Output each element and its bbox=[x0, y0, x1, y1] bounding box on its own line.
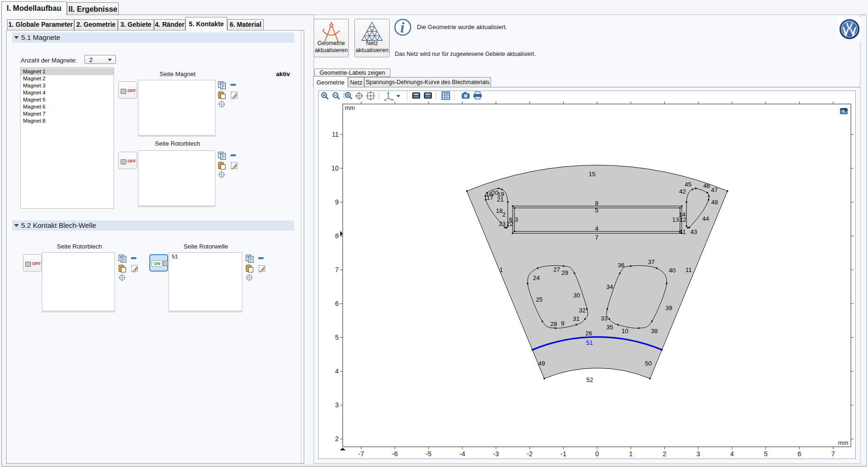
svg-text:-6: -6 bbox=[392, 450, 398, 458]
svg-text:43: 43 bbox=[691, 228, 697, 235]
svg-text:31: 31 bbox=[573, 315, 579, 322]
svg-text:49: 49 bbox=[538, 360, 545, 367]
svg-text:11: 11 bbox=[685, 266, 692, 273]
svg-text:18: 18 bbox=[496, 207, 502, 214]
svg-text:6: 6 bbox=[335, 300, 339, 307]
svg-text:24: 24 bbox=[533, 274, 539, 281]
svg-text:26: 26 bbox=[585, 330, 592, 337]
svg-text:4: 4 bbox=[335, 367, 339, 375]
svg-text:-2: -2 bbox=[527, 450, 533, 458]
svg-text:5: 5 bbox=[595, 207, 598, 214]
svg-text:5: 5 bbox=[764, 450, 768, 458]
svg-text:3: 3 bbox=[697, 450, 700, 458]
svg-text:8: 8 bbox=[335, 232, 339, 240]
svg-text:-1: -1 bbox=[561, 450, 567, 458]
svg-text:12: 12 bbox=[679, 216, 686, 223]
svg-text:10: 10 bbox=[331, 164, 339, 172]
svg-text:-4: -4 bbox=[459, 450, 465, 458]
svg-text:7: 7 bbox=[595, 234, 598, 241]
svg-text:47: 47 bbox=[711, 187, 718, 194]
svg-text:44: 44 bbox=[702, 215, 709, 222]
svg-text:0: 0 bbox=[595, 450, 599, 458]
svg-text:2: 2 bbox=[502, 211, 506, 218]
svg-text:7: 7 bbox=[831, 450, 835, 458]
svg-text:25: 25 bbox=[536, 296, 543, 303]
svg-text:9: 9 bbox=[335, 198, 339, 206]
svg-text:10: 10 bbox=[622, 327, 628, 335]
svg-text:1: 1 bbox=[499, 266, 503, 273]
svg-text:4: 4 bbox=[595, 225, 598, 232]
svg-text:39: 39 bbox=[666, 304, 672, 311]
svg-text:8: 8 bbox=[595, 200, 598, 207]
svg-text:7: 7 bbox=[335, 266, 339, 273]
svg-text:11: 11 bbox=[332, 131, 339, 138]
svg-text:33: 33 bbox=[601, 315, 607, 322]
svg-text:2: 2 bbox=[335, 435, 339, 443]
svg-text:2: 2 bbox=[663, 450, 667, 458]
svg-text:28: 28 bbox=[550, 320, 557, 327]
svg-text:46: 46 bbox=[703, 182, 710, 189]
svg-text:50: 50 bbox=[645, 360, 652, 367]
svg-text:36: 36 bbox=[618, 262, 624, 269]
svg-text:4: 4 bbox=[730, 450, 734, 458]
svg-text:17: 17 bbox=[487, 194, 493, 201]
svg-text:35: 35 bbox=[607, 324, 613, 331]
svg-text:-7: -7 bbox=[358, 450, 364, 458]
svg-text:34: 34 bbox=[607, 283, 613, 290]
svg-text:37: 37 bbox=[648, 258, 654, 265]
svg-text:27: 27 bbox=[553, 266, 560, 273]
svg-text:30: 30 bbox=[573, 292, 580, 299]
svg-text:3: 3 bbox=[515, 216, 518, 223]
svg-text:38: 38 bbox=[651, 327, 658, 335]
svg-text:5: 5 bbox=[335, 334, 339, 341]
svg-text:23: 23 bbox=[499, 220, 506, 227]
svg-text:6: 6 bbox=[798, 450, 801, 458]
svg-text:51: 51 bbox=[586, 339, 593, 346]
svg-text:mm: mm bbox=[345, 104, 355, 111]
svg-text:-5: -5 bbox=[426, 450, 432, 458]
svg-text:21: 21 bbox=[497, 196, 504, 203]
svg-text:32: 32 bbox=[579, 307, 585, 314]
svg-text:40: 40 bbox=[669, 267, 676, 274]
svg-text:48: 48 bbox=[711, 199, 718, 206]
svg-text:52: 52 bbox=[586, 376, 593, 383]
svg-text:1: 1 bbox=[629, 450, 633, 458]
svg-text:mm: mm bbox=[838, 439, 848, 446]
svg-text:41: 41 bbox=[679, 228, 686, 235]
svg-text:13: 13 bbox=[672, 216, 679, 223]
svg-text:45: 45 bbox=[685, 181, 691, 188]
svg-text:-3: -3 bbox=[493, 450, 499, 458]
svg-text:9: 9 bbox=[561, 320, 564, 327]
svg-text:3: 3 bbox=[335, 401, 339, 409]
svg-text:22: 22 bbox=[507, 220, 513, 227]
svg-text:29: 29 bbox=[561, 269, 568, 276]
svg-text:15: 15 bbox=[589, 171, 595, 178]
svg-text:42: 42 bbox=[679, 188, 686, 195]
